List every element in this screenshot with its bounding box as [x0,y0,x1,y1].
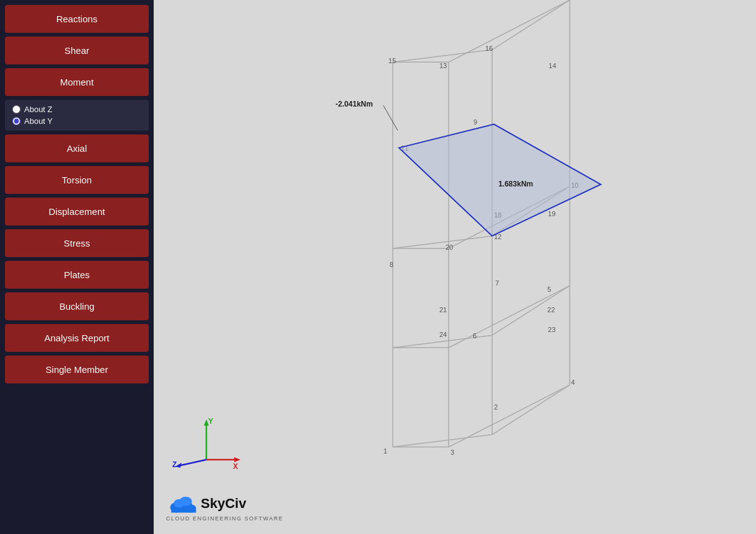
shear-button[interactable]: Shear [5,37,149,64]
svg-text:22: 22 [547,306,555,313]
svg-text:16: 16 [485,45,493,52]
buckling-button[interactable]: Buckling [5,292,149,320]
svg-text:5: 5 [547,286,551,293]
svg-text:2: 2 [494,403,498,411]
about-z-label[interactable]: About Z [12,105,141,114]
axial-button[interactable]: Axial [5,134,149,162]
svg-text:23: 23 [548,326,555,333]
svg-point-62 [180,497,192,506]
svg-marker-52 [234,457,240,462]
svg-text:19: 19 [548,210,555,217]
cloud-icon [166,492,197,514]
torsion-button[interactable]: Torsion [5,166,149,194]
about-y-text: About Y [24,116,53,126]
about-z-text: About Z [24,105,53,114]
svg-text:1: 1 [384,447,387,455]
about-y-label[interactable]: About Y [12,116,141,126]
svg-rect-60 [171,507,196,512]
canvas-area[interactable]: 1 2 3 4 5 6 7 8 9 10 11 12 13 14 15 16 1… [154,0,756,534]
svg-rect-0 [154,0,756,534]
main-canvas-area: 1 2 3 4 5 6 7 8 9 10 11 12 13 14 15 16 1… [154,0,756,534]
logo-brand-text: SkyCiv [201,496,246,512]
displacement-button[interactable]: Displacement [5,198,149,225]
svg-text:1.683kNm: 1.683kNm [498,180,533,188]
single-member-button[interactable]: Single Member [5,356,149,383]
svg-text:-2.041kNm: -2.041kNm [336,100,373,108]
svg-text:3: 3 [451,449,454,456]
moment-axis-group: About Z About Y [5,100,149,131]
stress-button[interactable]: Stress [5,229,149,257]
svg-text:9: 9 [473,118,477,126]
skyciv-logo: SkyCiv CLOUD ENGINEERING SOFTWARE [166,492,283,522]
analysis-report-button[interactable]: Analysis Report [5,324,149,352]
structure-svg: 1 2 3 4 5 6 7 8 9 10 11 12 13 14 15 16 1… [154,0,756,534]
svg-text:15: 15 [389,57,396,64]
svg-text:14: 14 [548,62,556,69]
axis-indicator: Y X Z [172,416,240,472]
about-y-radio[interactable] [12,117,20,125]
moment-button[interactable]: Moment [5,68,149,96]
plates-button[interactable]: Plates [5,261,149,289]
svg-line-54 [178,460,206,466]
about-z-radio[interactable] [12,105,20,113]
svg-text:X: X [233,462,238,471]
svg-text:Y: Y [208,417,213,426]
logo-tagline: CLOUD ENGINEERING SOFTWARE [166,515,283,522]
svg-text:7: 7 [495,279,499,287]
svg-text:24: 24 [439,331,447,338]
svg-text:13: 13 [439,62,447,69]
svg-text:4: 4 [571,379,574,386]
svg-text:Z: Z [172,460,177,469]
svg-text:6: 6 [473,332,477,339]
svg-text:20: 20 [446,243,453,251]
reactions-button[interactable]: Reactions [5,5,149,33]
sidebar: Reactions Shear Moment About Z About Y A… [0,0,154,534]
svg-text:21: 21 [439,306,447,313]
svg-text:8: 8 [390,261,393,268]
